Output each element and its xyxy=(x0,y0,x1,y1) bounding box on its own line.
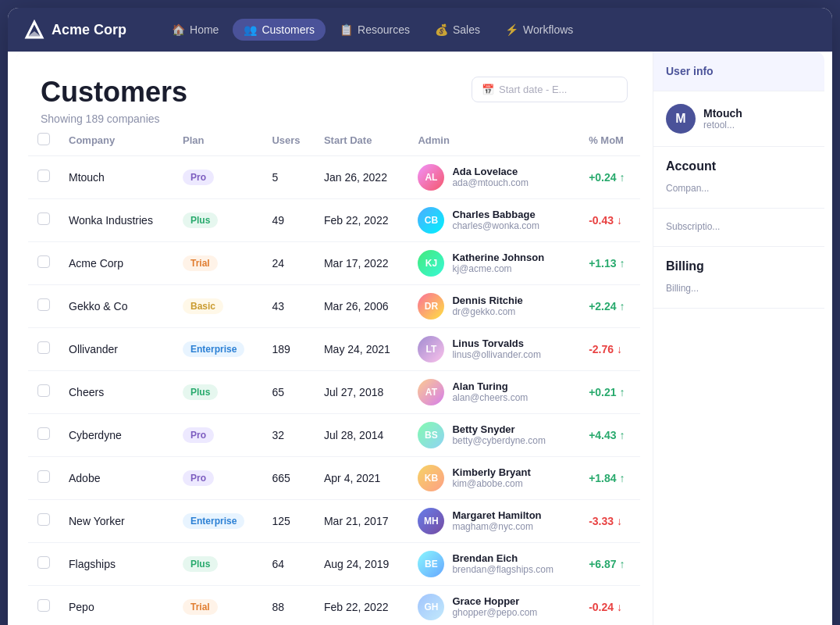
row-checkbox-cell[interactable] xyxy=(28,198,59,241)
row-checkbox[interactable] xyxy=(37,599,50,612)
admin-email: kj@acme.com xyxy=(452,263,544,274)
row-users: 43 xyxy=(262,284,315,327)
table-row[interactable]: Ollivander Enterprise 189 May 24, 2021 L… xyxy=(28,327,640,370)
admin-email: betty@cyberdyne.com xyxy=(452,435,546,446)
plan-badge: Enterprise xyxy=(183,513,244,529)
row-mom: +6.87 xyxy=(579,542,640,585)
page-title: Customers xyxy=(41,77,187,108)
admin-avatar: KB xyxy=(418,465,444,491)
table-row[interactable]: Gekko & Co Basic 43 Mar 26, 2006 DR Denn… xyxy=(28,284,640,327)
row-checkbox[interactable] xyxy=(37,470,50,483)
sidebar-item-customers[interactable]: 👥 Customers xyxy=(233,19,326,41)
nav-logo[interactable]: Acme Corp xyxy=(23,19,126,41)
admin-info: Margaret Hamilton magham@nyc.com xyxy=(452,509,541,532)
row-checkbox[interactable] xyxy=(37,427,50,440)
admin-avatar: KJ xyxy=(418,250,444,277)
plan-badge: Plus xyxy=(183,212,218,228)
table-row[interactable]: New Yorker Enterprise 125 Mar 21, 2017 M… xyxy=(28,499,640,542)
row-checkbox-cell[interactable] xyxy=(28,499,59,542)
admin-email: alan@cheers.com xyxy=(452,392,528,403)
user-info-tab-header: User info xyxy=(653,52,824,91)
row-company: Cheers xyxy=(59,370,173,413)
row-checkbox-cell[interactable] xyxy=(28,585,59,625)
panel-company-name: Mtouch xyxy=(703,107,742,120)
main-container: Customers Showing 189 companies 📅 Start … xyxy=(16,52,824,625)
row-checkbox[interactable] xyxy=(37,298,50,311)
col-start-date: Start Date xyxy=(315,125,408,156)
row-admin: CB Charles Babbage charles@wonka.com xyxy=(408,198,579,241)
row-users: 5 xyxy=(262,155,315,198)
mom-value: -0.24 xyxy=(589,601,622,613)
row-checkbox-cell[interactable] xyxy=(28,327,59,370)
row-start-date: Mar 26, 2006 xyxy=(315,284,408,327)
plan-badge: Pro xyxy=(183,470,214,486)
table-row[interactable]: Pepo Trial 88 Feb 22, 2022 GH Grace Hopp… xyxy=(28,585,640,625)
row-checkbox[interactable] xyxy=(37,513,50,526)
row-admin: BE Brendan Eich brendan@flagships.com xyxy=(408,542,579,585)
row-mom: +1.13 xyxy=(579,241,640,284)
subscription-field-label: Subscriptio... xyxy=(666,221,812,232)
admin-avatar: MH xyxy=(418,508,444,534)
nav-sales-label: Sales xyxy=(453,23,480,36)
table-row[interactable]: Wonka Industries Plus 49 Feb 22, 2022 CB… xyxy=(28,198,640,241)
nav-resources-label: Resources xyxy=(358,23,410,36)
row-start-date: Apr 4, 2021 xyxy=(315,456,408,499)
mom-value: +0.24 xyxy=(589,171,625,184)
user-info-tab-label[interactable]: User info xyxy=(666,65,714,77)
row-checkbox-cell[interactable] xyxy=(28,241,59,284)
row-checkbox[interactable] xyxy=(37,170,50,182)
row-checkbox[interactable] xyxy=(37,255,50,268)
content-area: Customers Showing 189 companies 📅 Start … xyxy=(16,52,653,625)
col-plan: Plan xyxy=(173,125,262,156)
mom-value: -2.76 xyxy=(589,343,622,355)
row-admin: KB Kimberly Bryant kim@abobe.com xyxy=(408,456,579,499)
date-filter-input[interactable]: 📅 Start date - E... xyxy=(472,77,628,102)
row-company: Acme Corp xyxy=(59,241,173,284)
sidebar-item-workflows[interactable]: ⚡ Workflows xyxy=(494,19,584,41)
admin-name: Brendan Eich xyxy=(452,552,553,564)
row-checkbox[interactable] xyxy=(37,212,50,225)
account-section-title: Account xyxy=(666,159,812,173)
row-checkbox[interactable] xyxy=(37,341,50,354)
row-checkbox-cell[interactable] xyxy=(28,284,59,327)
admin-avatar: AL xyxy=(418,164,444,191)
table-row[interactable]: Acme Corp Trial 24 Mar 17, 2022 KJ Kathe… xyxy=(28,241,640,284)
admin-email: ada@mtouch.com xyxy=(452,177,529,188)
admin-email: dr@gekko.com xyxy=(452,306,522,317)
row-checkbox-cell[interactable] xyxy=(28,542,59,585)
row-plan: Plus xyxy=(173,198,262,241)
row-admin: DR Dennis Ritchie dr@gekko.com xyxy=(408,284,579,327)
row-plan: Enterprise xyxy=(173,327,262,370)
row-checkbox-cell[interactable] xyxy=(28,155,59,198)
admin-info: Grace Hopper ghopper@pepo.com xyxy=(452,595,537,618)
billing-section-title: Billing xyxy=(666,259,812,273)
sidebar-item-home[interactable]: 🏠 Home xyxy=(161,19,230,41)
table-row[interactable]: Mtouch Pro 5 Jan 26, 2022 AL Ada Lovelac… xyxy=(28,155,640,198)
row-plan: Enterprise xyxy=(173,499,262,542)
table-row[interactable]: Adobe Pro 665 Apr 4, 2021 KB Kimberly Br… xyxy=(28,456,640,499)
row-start-date: May 24, 2021 xyxy=(315,327,408,370)
company-field-label: Compan... xyxy=(666,183,812,194)
row-mom: +4.43 xyxy=(579,413,640,456)
select-all-header[interactable] xyxy=(28,125,59,156)
admin-email: brendan@flagships.com xyxy=(452,564,553,575)
row-checkbox-cell[interactable] xyxy=(28,413,59,456)
row-checkbox[interactable] xyxy=(37,384,50,397)
row-checkbox-cell[interactable] xyxy=(28,456,59,499)
table-row[interactable]: Cheers Plus 65 Jul 27, 2018 AT Alan Turi… xyxy=(28,370,640,413)
mom-value: -0.43 xyxy=(589,214,622,227)
select-all-checkbox[interactable] xyxy=(37,133,50,145)
row-admin: AL Ada Lovelace ada@mtouch.com xyxy=(408,155,579,198)
admin-info: Charles Babbage charles@wonka.com xyxy=(452,209,539,231)
row-checkbox-cell[interactable] xyxy=(28,370,59,413)
mom-value: +1.84 xyxy=(589,472,625,484)
row-mom: -0.24 xyxy=(579,585,640,625)
row-checkbox[interactable] xyxy=(37,556,50,569)
table-row[interactable]: Cyberdyne Pro 32 Jul 28, 2014 BS Betty S… xyxy=(28,413,640,456)
table-row[interactable]: Flagships Plus 64 Aug 24, 2019 BE Brenda… xyxy=(28,542,640,585)
sidebar-item-sales[interactable]: 💰 Sales xyxy=(424,19,491,41)
row-admin: GH Grace Hopper ghopper@pepo.com xyxy=(408,585,579,625)
sidebar-item-resources[interactable]: 📋 Resources xyxy=(329,19,421,41)
admin-info: Linus Torvalds linus@ollivander.com xyxy=(452,338,541,360)
row-users: 88 xyxy=(262,585,315,625)
